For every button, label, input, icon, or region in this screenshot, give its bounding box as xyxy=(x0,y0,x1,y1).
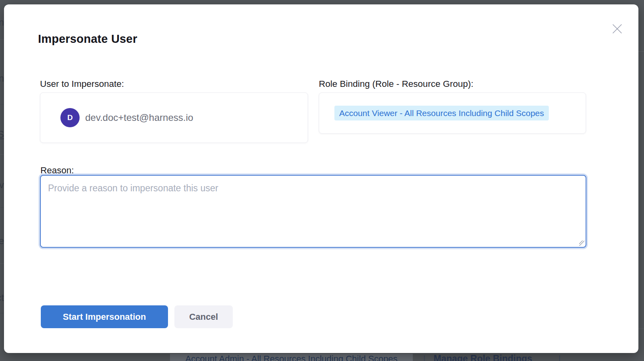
background-text-fragment: ct xyxy=(0,292,4,303)
close-button[interactable] xyxy=(608,20,626,38)
background-bottom-row: Account Admin - All Resources Including … xyxy=(0,353,644,361)
background-divider: | xyxy=(558,354,561,361)
background-text-fragment: n xyxy=(0,17,4,28)
role-binding-section: Role Binding (Role - Resource Group): Ac… xyxy=(319,79,586,143)
user-avatar: D xyxy=(60,108,80,127)
role-binding-label: Role Binding (Role - Resource Group): xyxy=(319,79,586,89)
background-text-fragment: ve xyxy=(0,235,4,247)
user-to-impersonate-label: User to Impersonate: xyxy=(40,79,308,89)
reason-input[interactable] xyxy=(40,175,586,248)
role-binding-card: Account Viewer - All Resources Including… xyxy=(319,92,586,134)
background-row-divider xyxy=(0,104,4,104)
impersonate-user-modal: Impersonate User User to Impersonate: D … xyxy=(4,4,638,353)
cancel-button[interactable]: Cancel xyxy=(174,305,233,328)
start-impersonation-button[interactable]: Start Impersonation xyxy=(41,305,168,328)
background-row-divider xyxy=(638,51,644,52)
background-row-divider xyxy=(0,207,4,208)
role-binding-badge: Account Viewer - All Resources Including… xyxy=(334,106,549,120)
background-text-fragment: S xyxy=(0,129,4,140)
background-divider: | xyxy=(423,354,426,361)
background-text-fragment: n xyxy=(0,73,4,84)
background-row-divider xyxy=(0,39,4,40)
background-row-divider xyxy=(0,263,4,264)
background-row-divider xyxy=(0,313,4,313)
modal-fields: User to Impersonate: D dev.doc+test@harn… xyxy=(40,79,586,143)
modal-actions: Start Impersonation Cancel xyxy=(41,305,233,328)
user-to-impersonate-section: User to Impersonate: D dev.doc+test@harn… xyxy=(40,79,308,143)
close-icon xyxy=(612,24,622,34)
reason-field-wrapper xyxy=(40,175,586,248)
background-row-divider xyxy=(0,154,4,155)
background-row-divider xyxy=(638,329,644,329)
background-manage-role-bindings-link: Manage Role Bindings xyxy=(434,353,532,361)
reason-label: Reason: xyxy=(40,165,74,176)
user-email: dev.doc+test@harness.io xyxy=(85,112,193,123)
user-card: D dev.doc+test@harness.io xyxy=(40,92,308,143)
background-right-edge xyxy=(638,0,644,361)
screen: n n S ev ve ct Account Admin - All Resou… xyxy=(0,0,644,361)
background-left-edge: n n S ev ve ct xyxy=(0,0,4,361)
background-role-binding-badge: Account Admin - All Resources Including … xyxy=(170,354,413,361)
modal-title: Impersonate User xyxy=(38,32,137,46)
background-text-fragment: ev xyxy=(0,179,4,191)
